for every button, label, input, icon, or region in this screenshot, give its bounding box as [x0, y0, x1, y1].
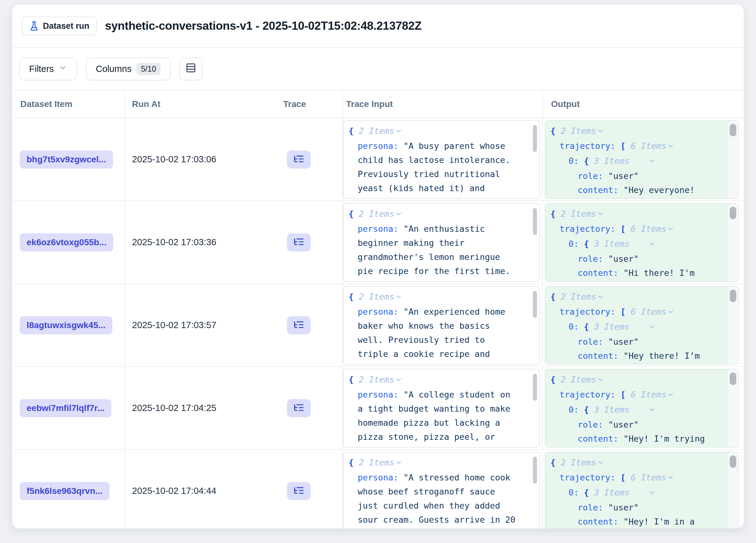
items-count-label: 6 Items	[631, 141, 667, 151]
items-count-label: 2 Items	[359, 292, 395, 301]
json-open-brace: {	[349, 209, 359, 219]
items-count-label: 6 Items	[631, 224, 667, 234]
dataset-item-badge[interactable]: bhg7t5xv9zgwcel...	[20, 151, 113, 169]
trace-input-cell: { 2 Itemspersona: "An enthusiastic begin…	[343, 201, 543, 283]
json-entry: content: "Hi there! I'm really excited b…	[545, 266, 713, 282]
trace-button[interactable]	[287, 399, 311, 417]
row-height-button[interactable]	[179, 58, 202, 80]
collapse-chevron-icon[interactable]	[667, 471, 674, 485]
json-open-bracket: {	[584, 156, 594, 166]
json-key: persona:	[358, 307, 403, 316]
scrollbar-thumb[interactable]	[730, 124, 736, 136]
scrollbar-thumb[interactable]	[533, 125, 537, 152]
scrollbar-thumb[interactable]	[533, 291, 537, 318]
scrollbar-thumb[interactable]	[533, 457, 537, 484]
list-tree-icon	[293, 485, 304, 497]
items-count-label: 2 Items	[561, 458, 596, 467]
toolbar: Filters Columns 5/10	[12, 48, 744, 90]
collapse-chevron-icon[interactable]	[667, 223, 674, 237]
items-count-label: 6 Items	[631, 473, 667, 482]
items-count-label: 2 Items	[359, 126, 395, 136]
collapse-chevron-icon[interactable]	[630, 155, 656, 169]
json-entry: trajectory: [ 6 Items	[545, 470, 713, 485]
run-at-cell: 2025-10-02 17:03:06	[125, 118, 276, 201]
json-string-value: "Hey! I'm in a bit of a panic right now.…	[550, 517, 700, 529]
trace-input-json-lines: { 2 Itemspersona: "An enthusiastic begin…	[344, 204, 539, 282]
json-open-brace: {	[550, 292, 561, 301]
json-entry: 0: { 3 Items	[545, 154, 713, 169]
table-row: l8agtuwxisgwk45...2025-10-02 17:03:57{ 2…	[12, 284, 744, 367]
json-root-line: { 2 Items	[344, 372, 517, 387]
trace-button[interactable]	[287, 316, 311, 334]
filters-button[interactable]: Filters	[19, 58, 77, 80]
output-json-lines: { 2 Itemstrajectory: [ 6 Items0: { 3 Ite…	[545, 286, 738, 365]
scrollbar-thumb[interactable]	[730, 455, 736, 468]
json-entry: content: "Hey! I'm in a bit of a panic r…	[545, 515, 713, 529]
items-count-label: 6 Items	[631, 390, 667, 399]
scrollbar-thumb[interactable]	[730, 372, 736, 385]
collapse-chevron-icon[interactable]	[395, 456, 402, 470]
items-count-label: 2 Items	[359, 209, 395, 219]
json-key: 0:	[569, 322, 584, 331]
columns-button[interactable]: Columns 5/10	[86, 58, 171, 80]
trace-button[interactable]	[287, 233, 311, 252]
collapse-chevron-icon[interactable]	[597, 125, 604, 139]
scrollbar-thumb[interactable]	[533, 374, 537, 401]
scrollbar-thumb[interactable]	[533, 208, 537, 235]
output-cell: { 2 Itemstrajectory: [ 6 Items0: { 3 Ite…	[543, 118, 744, 201]
dataset-item-badge[interactable]: eebwi7mfil7lqlf7r...	[20, 399, 111, 417]
json-string-value: "user"	[608, 503, 639, 512]
trace-button[interactable]	[287, 151, 311, 169]
trace-input-json-viewer: { 2 Itemspersona: "An experienced home b…	[343, 286, 540, 365]
collapse-chevron-icon[interactable]	[630, 238, 656, 252]
output-json-viewer: { 2 Itemstrajectory: [ 6 Items0: { 3 Ite…	[545, 120, 739, 199]
json-entry: content: "Hey! I'm trying to make homema…	[545, 432, 713, 448]
dataset-item-badge[interactable]: l8agtuwxisgwk45...	[20, 316, 112, 334]
collapse-chevron-icon[interactable]	[395, 290, 402, 305]
filters-button-label: Filters	[29, 64, 54, 74]
collapse-chevron-icon[interactable]	[597, 456, 604, 470]
json-root-line: { 2 Items	[545, 207, 713, 222]
json-open-brace: {	[349, 126, 359, 136]
collapse-chevron-icon[interactable]	[630, 320, 656, 335]
json-key: persona:	[358, 473, 403, 482]
json-root-line: { 2 Items	[344, 289, 517, 305]
collapse-chevron-icon[interactable]	[667, 388, 674, 402]
collapse-chevron-icon[interactable]	[395, 125, 402, 139]
json-open-bracket: [	[621, 141, 631, 151]
collapse-chevron-icon[interactable]	[630, 486, 656, 500]
columns-button-label: Columns	[96, 64, 131, 74]
output-json-viewer: { 2 Itemstrajectory: [ 6 Items0: { 3 Ite…	[545, 369, 739, 448]
dataset-item-cell: f5nk6lse963qrvn...	[12, 450, 125, 528]
json-entry: role: "user"	[545, 169, 713, 183]
collapse-chevron-icon[interactable]	[667, 140, 674, 154]
trace-input-cell: { 2 Itemspersona: "A busy parent whose c…	[343, 118, 543, 201]
trace-button[interactable]	[287, 482, 311, 500]
collapse-chevron-icon[interactable]	[395, 373, 402, 387]
trace-input-json-viewer: { 2 Itemspersona: "A college student on …	[343, 369, 540, 448]
collapse-chevron-icon[interactable]	[597, 290, 604, 305]
dataset-item-badge[interactable]: f5nk6lse963qrvn...	[20, 482, 110, 500]
table-header-row: Dataset Item Run At Trace Trace Input Ou…	[12, 90, 744, 118]
page-title: synthetic-conversations-v1 - 2025-10-02T…	[105, 19, 422, 33]
collapse-chevron-icon[interactable]	[667, 305, 674, 320]
json-entry: trajectory: [ 6 Items	[545, 305, 713, 320]
collapse-chevron-icon[interactable]	[395, 208, 402, 222]
json-entry: 0: { 3 Items	[545, 320, 713, 335]
output-json-lines: { 2 Itemstrajectory: [ 6 Items0: { 3 Ite…	[545, 204, 738, 282]
json-entry: persona: "A stressed home cook whose bee…	[344, 470, 517, 529]
scrollbar-thumb[interactable]	[730, 207, 736, 219]
dataset-item-badge[interactable]: ek6oz6vtoxg055b...	[20, 233, 113, 252]
json-entry: content: "Hey there! I’m planning to sca…	[545, 349, 713, 365]
collapse-chevron-icon[interactable]	[597, 208, 604, 222]
json-key: trajectory:	[559, 473, 621, 482]
json-open-bracket: {	[584, 488, 594, 497]
run-at-value: 2025-10-02 17:03:57	[125, 320, 216, 330]
json-key: 0:	[569, 405, 584, 414]
list-tree-icon	[293, 153, 304, 166]
json-key: trajectory:	[559, 307, 621, 316]
scrollbar-thumb[interactable]	[730, 289, 736, 302]
json-key: content:	[578, 185, 623, 195]
collapse-chevron-icon[interactable]	[597, 373, 604, 387]
collapse-chevron-icon[interactable]	[630, 403, 656, 417]
